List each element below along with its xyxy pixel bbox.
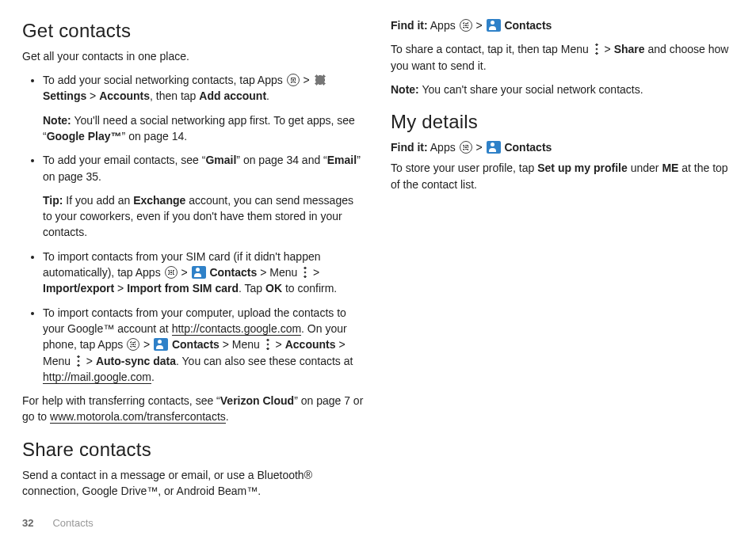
list-item-sim: To import contacts from your SIM card (i… [43,249,365,297]
section-name: Contacts [52,516,93,531]
text: > [473,141,486,154]
heading-get-contacts: Get contacts [22,17,365,45]
text: > Menu [220,338,263,351]
contacts-label: Contacts [504,19,552,32]
text: > [310,266,319,279]
email-link: Email [327,154,357,166]
apps-icon [460,19,472,32]
text: > [86,89,99,102]
menu-icon [301,266,309,279]
motorola-url[interactable]: www.motorola.com/transfercontacts [50,410,226,424]
text: > [601,43,614,55]
import-export-label: Import/export [43,282,114,295]
contacts-label: Contacts [172,338,220,351]
text: > [178,266,191,279]
gear-icon [314,74,326,86]
tip-exchange: Tip: If you add an Exchange account, you… [43,192,365,241]
text: To share a contact, tap it, then tap Men… [391,43,592,55]
page-number: 32 [22,516,33,531]
tip-label: Tip: [43,194,63,207]
note-label: Note: [391,83,419,96]
mail-url[interactable]: http://mail.google.com [43,371,151,384]
auto-sync-label: Auto-sync data [96,355,176,367]
contacts-icon [487,141,501,154]
text: . [151,371,155,383]
right-column: Find it: Apps > Contacts To share a cont… [391,17,734,507]
gmail-link: Gmail [205,154,236,166]
text: ” on page 34 and “ [236,154,326,166]
note-share: Note: You can't share your social networ… [391,82,734,97]
left-column: Get contacts Get all your contacts in on… [22,17,365,507]
import-sim-label: Import from SIM card [127,282,239,295]
verizon-cloud-link: Verizon Cloud [220,394,294,407]
apps-icon [287,74,300,86]
apps-icon [460,141,472,154]
heading-my-details: My details [391,108,734,136]
accounts-label: Accounts [99,89,150,102]
apps-icon [165,266,178,279]
text: . Tap [239,282,265,295]
share-label: Share [614,43,645,55]
contacts-icon [154,338,168,351]
contacts-url[interactable]: http://contacts.google.com [172,322,301,336]
settings-label: Settings [43,89,86,102]
text: > Menu [257,266,300,279]
text: For help with transferring contacts, see… [22,394,220,407]
contacts-icon [192,266,206,279]
text: under [628,162,662,174]
transfer-help: For help with transferring contacts, see… [22,393,365,425]
menu-icon [74,355,82,367]
contacts-icon [487,19,501,32]
intro-get-contacts: Get all your contacts in one place. [22,48,365,64]
list-item-social: To add your social networking contacts, … [43,72,365,144]
menu-icon [264,338,272,351]
note-social: Note: You'll need a social networking ap… [43,112,365,145]
text: > [273,338,285,351]
text: . [226,410,229,423]
add-account-label: Add account [199,89,266,102]
text: . [266,89,269,102]
text: Apps [428,19,459,32]
text: , then tap [150,89,199,102]
exchange-label: Exchange [133,194,185,207]
intro-share-contacts: Send a contact in a message or email, or… [22,467,365,500]
contacts-label: Contacts [504,141,552,154]
text: > [473,19,486,32]
menu-icon [593,43,601,55]
text: . You can also see these contacts at [176,355,353,367]
get-contacts-list: To add your social networking contacts, … [22,72,365,385]
text: To add your email contacts, see “ [43,154,205,166]
accounts-label: Accounts [285,338,336,351]
ok-label: OK [265,282,282,295]
text: To add your social networking contacts, … [43,74,286,86]
find-it-details: Find it: Apps > Contacts [391,139,734,155]
text: > [83,355,96,367]
find-it-label: Find it: [391,141,428,154]
text: You can't share your social network cont… [419,83,643,96]
footer: 32 Contacts [22,507,734,531]
find-it-share: Find it: Apps > Contacts [391,17,734,33]
page: Get contacts Get all your contacts in on… [0,0,756,536]
setup-profile-label: Set up my profile [537,162,628,174]
text: > [140,338,153,351]
text: Apps [428,141,459,154]
text: to confirm. [282,282,337,295]
contacts-label: Contacts [209,266,257,279]
details-instructions: To store your user profile, tap Set up m… [391,160,734,192]
apps-icon [127,338,139,351]
list-item-computer: To import contacts from your computer, u… [43,305,365,385]
note-label: Note: [43,114,71,127]
find-it-label: Find it: [391,19,428,32]
text: If you add an [63,194,133,207]
share-instructions: To share a contact, tap it, then tap Men… [391,41,734,74]
text: > [114,282,127,295]
google-play-link: Google Play™ [47,130,122,143]
list-item-email: To add your email contacts, see “Gmail” … [43,152,365,240]
heading-share-contacts: Share contacts [22,436,365,464]
columns: Get contacts Get all your contacts in on… [22,17,734,507]
me-label: ME [662,162,678,174]
text: To store your user profile, tap [391,162,537,174]
text: ” on page 14. [122,130,188,143]
